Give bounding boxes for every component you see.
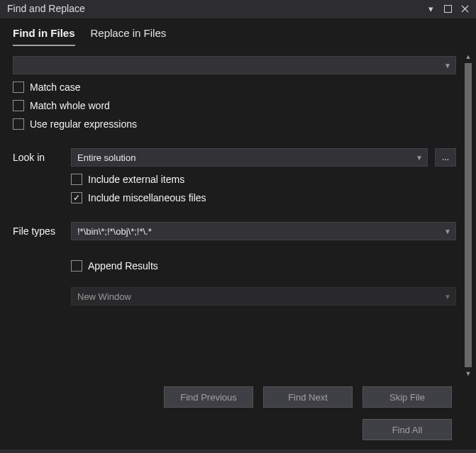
include-misc-checkbox-row[interactable]: Include miscellaneous files	[71, 192, 456, 203]
find-all-button[interactable]: Find All	[362, 419, 452, 440]
skip-file-button[interactable]: Skip File	[362, 386, 452, 408]
include-misc-checkbox[interactable]	[71, 192, 82, 203]
tab-find-in-files[interactable]: Find in Files	[13, 23, 75, 46]
scroll-down-icon[interactable]: ▼	[463, 369, 473, 379]
window-menu-icon[interactable]: ▾	[425, 3, 436, 14]
include-external-checkbox-row[interactable]: Include external items	[71, 174, 456, 185]
browse-button[interactable]: ...	[435, 148, 456, 167]
find-next-button[interactable]: Find Next	[263, 386, 353, 408]
include-external-label: Include external items	[88, 174, 184, 185]
search-input[interactable]: ▼	[13, 56, 456, 74]
chevron-down-icon[interactable]: ▼	[444, 228, 451, 235]
maximize-icon[interactable]	[442, 3, 453, 14]
results-destination-combo[interactable]: New Window ▼	[71, 287, 456, 306]
match-case-checkbox-row[interactable]: Match case	[13, 82, 456, 93]
chevron-down-icon[interactable]: ▼	[444, 62, 451, 69]
file-types-combo[interactable]: !*\bin\*;!*\obj\*;!*\.* ▼	[71, 222, 456, 240]
find-previous-button[interactable]: Find Previous	[164, 386, 253, 408]
scroll-thumb[interactable]	[465, 63, 472, 367]
append-results-checkbox-row[interactable]: Append Results	[71, 260, 456, 272]
scrollbar[interactable]: ▲ ▼	[463, 52, 473, 379]
close-icon[interactable]	[459, 3, 470, 14]
file-types-label: File types	[13, 225, 64, 237]
look-in-combo[interactable]: Entire solution ▼	[71, 148, 428, 167]
button-row-1: Find Previous Find Next Skip File	[164, 386, 452, 408]
append-results-label: Append Results	[88, 260, 158, 272]
include-misc-label: Include miscellaneous files	[88, 192, 206, 203]
match-whole-word-checkbox[interactable]	[13, 100, 24, 111]
tab-replace-in-files[interactable]: Replace in Files	[91, 23, 167, 46]
match-whole-word-label: Match whole word	[30, 100, 110, 111]
scroll-area: ▼ Match case Match whole word Use regula…	[0, 46, 476, 313]
include-external-checkbox[interactable]	[71, 174, 82, 185]
button-row-2: Find All	[362, 419, 452, 440]
look-in-label: Look in	[13, 152, 64, 163]
titlebar: Find and Replace ▾	[0, 0, 476, 18]
match-case-label: Match case	[30, 82, 81, 93]
look-in-value: Entire solution	[77, 152, 135, 163]
chevron-down-icon[interactable]: ▼	[444, 293, 451, 301]
chevron-down-icon[interactable]: ▼	[416, 154, 423, 162]
window-title: Find and Replace	[7, 3, 85, 14]
svg-rect-0	[444, 5, 451, 12]
file-types-value: !*\bin\*;!*\obj\*;!*\.*	[77, 226, 152, 237]
look-in-row: Look in Entire solution ▼ ...	[13, 148, 456, 167]
results-destination-value: New Window	[77, 291, 131, 302]
scroll-up-icon[interactable]: ▲	[463, 52, 473, 62]
use-regex-checkbox[interactable]	[13, 118, 24, 130]
file-types-row: File types !*\bin\*;!*\obj\*;!*\.* ▼	[13, 222, 456, 240]
tabs: Find in Files Replace in Files	[0, 18, 476, 46]
use-regex-checkbox-row[interactable]: Use regular expressions	[13, 118, 456, 130]
window-controls: ▾	[425, 3, 470, 14]
match-case-checkbox[interactable]	[13, 82, 24, 93]
match-whole-word-checkbox-row[interactable]: Match whole word	[13, 100, 456, 111]
append-results-checkbox[interactable]	[71, 260, 82, 272]
use-regex-label: Use regular expressions	[30, 118, 137, 130]
scroll-track[interactable]	[465, 63, 472, 367]
content: ▼ Match case Match whole word Use regula…	[0, 46, 476, 449]
